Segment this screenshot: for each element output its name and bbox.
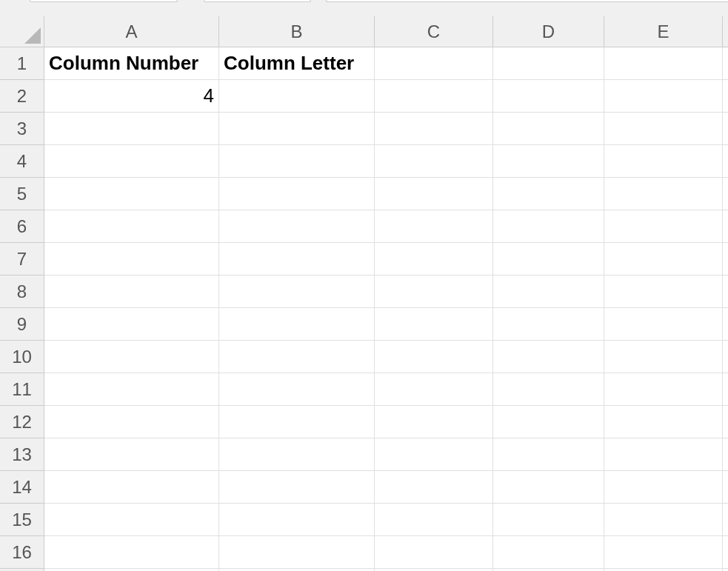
cell-F13[interactable] [723, 438, 728, 471]
cell-C2[interactable] [375, 80, 493, 113]
cell-C5[interactable] [375, 178, 493, 210]
row-header-16[interactable]: 16 [0, 536, 44, 569]
column-header-D[interactable]: D [493, 16, 604, 47]
cell-A14[interactable] [44, 471, 219, 504]
cell-D4[interactable] [493, 145, 604, 178]
cell-E13[interactable] [604, 438, 723, 471]
cell-B13[interactable] [219, 438, 375, 471]
cell-D3[interactable] [493, 113, 604, 145]
cell-F16[interactable] [723, 536, 728, 569]
cell-D9[interactable] [493, 308, 604, 341]
cell-D7[interactable] [493, 243, 604, 276]
row-header-12[interactable]: 12 [0, 406, 44, 438]
cell-F9[interactable] [723, 308, 728, 341]
cell-E12[interactable] [604, 406, 723, 438]
cell-B15[interactable] [219, 504, 375, 536]
cell-E2[interactable] [604, 80, 723, 113]
cell-B7[interactable] [219, 243, 375, 276]
cell-D8[interactable] [493, 276, 604, 308]
cell-F11[interactable] [723, 373, 728, 406]
cell-C4[interactable] [375, 145, 493, 178]
cell-E16[interactable] [604, 536, 723, 569]
cell-E10[interactable] [604, 341, 723, 373]
cell-E11[interactable] [604, 373, 723, 406]
row-header-10[interactable]: 10 [0, 341, 44, 373]
cell-E3[interactable] [604, 113, 723, 145]
column-header-partial[interactable] [723, 16, 728, 47]
cell-C16[interactable] [375, 536, 493, 569]
cell-E9[interactable] [604, 308, 723, 341]
cell-B9[interactable] [219, 308, 375, 341]
cell-C13[interactable] [375, 438, 493, 471]
cell-D14[interactable] [493, 471, 604, 504]
cell-A1[interactable]: Column Number [44, 47, 219, 80]
cell-F4[interactable] [723, 145, 728, 178]
cell-E8[interactable] [604, 276, 723, 308]
cell-F7[interactable] [723, 243, 728, 276]
column-header-A[interactable]: A [44, 16, 219, 47]
cell-A9[interactable] [44, 308, 219, 341]
cell-B12[interactable] [219, 406, 375, 438]
cell-A7[interactable] [44, 243, 219, 276]
cell-D16[interactable] [493, 536, 604, 569]
cell-D1[interactable] [493, 47, 604, 80]
row-header-13[interactable]: 13 [0, 438, 44, 471]
cell-F5[interactable] [723, 178, 728, 210]
row-header-6[interactable]: 6 [0, 210, 44, 243]
cell-A5[interactable] [44, 178, 219, 210]
cell-C10[interactable] [375, 341, 493, 373]
cell-D5[interactable] [493, 178, 604, 210]
cell-C15[interactable] [375, 504, 493, 536]
cell-B6[interactable] [219, 210, 375, 243]
cell-A6[interactable] [44, 210, 219, 243]
row-header-1[interactable]: 1 [0, 47, 44, 80]
cell-D2[interactable] [493, 80, 604, 113]
cell-D11[interactable] [493, 373, 604, 406]
cell-C7[interactable] [375, 243, 493, 276]
cell-B4[interactable] [219, 145, 375, 178]
cell-F14[interactable] [723, 471, 728, 504]
row-header-14[interactable]: 14 [0, 471, 44, 504]
row-header-5[interactable]: 5 [0, 178, 44, 210]
cell-F10[interactable] [723, 341, 728, 373]
row-header-9[interactable]: 9 [0, 308, 44, 341]
cell-A12[interactable] [44, 406, 219, 438]
column-header-C[interactable]: C [375, 16, 493, 47]
cell-B10[interactable] [219, 341, 375, 373]
cell-E15[interactable] [604, 504, 723, 536]
cell-C9[interactable] [375, 308, 493, 341]
cell-B5[interactable] [219, 178, 375, 210]
cell-D6[interactable] [493, 210, 604, 243]
cell-D12[interactable] [493, 406, 604, 438]
row-header-2[interactable]: 2 [0, 80, 44, 113]
cell-D13[interactable] [493, 438, 604, 471]
row-header-8[interactable]: 8 [0, 276, 44, 308]
cell-E14[interactable] [604, 471, 723, 504]
cell-A10[interactable] [44, 341, 219, 373]
cell-A16[interactable] [44, 536, 219, 569]
cell-B11[interactable] [219, 373, 375, 406]
cell-A11[interactable] [44, 373, 219, 406]
cell-A8[interactable] [44, 276, 219, 308]
select-all-corner[interactable] [0, 16, 44, 47]
cell-B14[interactable] [219, 471, 375, 504]
cell-A2[interactable]: 4 [44, 80, 219, 113]
cell-A13[interactable] [44, 438, 219, 471]
cell-D10[interactable] [493, 341, 604, 373]
cell-C12[interactable] [375, 406, 493, 438]
cell-F12[interactable] [723, 406, 728, 438]
cell-B1[interactable]: Column Letter [219, 47, 375, 80]
cell-F3[interactable] [723, 113, 728, 145]
cell-A3[interactable] [44, 113, 219, 145]
row-header-7[interactable]: 7 [0, 243, 44, 276]
column-header-B[interactable]: B [219, 16, 375, 47]
cell-B8[interactable] [219, 276, 375, 308]
row-header-11[interactable]: 11 [0, 373, 44, 406]
row-header-3[interactable]: 3 [0, 113, 44, 145]
cell-F15[interactable] [723, 504, 728, 536]
cell-C8[interactable] [375, 276, 493, 308]
cell-A4[interactable] [44, 145, 219, 178]
cell-C1[interactable] [375, 47, 493, 80]
row-header-15[interactable]: 15 [0, 504, 44, 536]
cell-D15[interactable] [493, 504, 604, 536]
